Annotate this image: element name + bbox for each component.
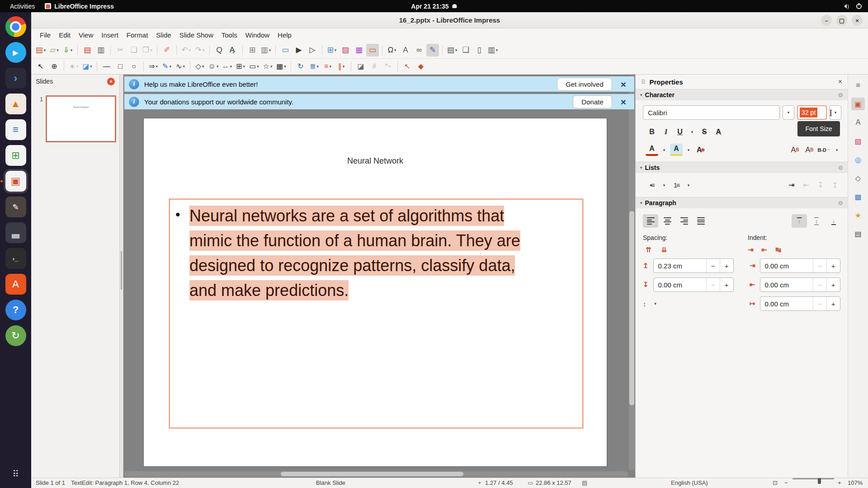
- insert-media-button[interactable]: ▦: [353, 44, 365, 56]
- valign-center-button[interactable]: ↕: [809, 214, 824, 228]
- underline-dropdown[interactable]: ▾: [688, 126, 697, 138]
- document-modified-icon[interactable]: ▤: [582, 478, 587, 488]
- collapse-icon[interactable]: ▾: [640, 93, 642, 97]
- shadow-tool[interactable]: ◪: [354, 60, 367, 73]
- align-center-button[interactable]: [660, 214, 675, 228]
- glue-points-tool[interactable]: ∗: [67, 60, 80, 73]
- increase-paragraph-spacing-button[interactable]: ⇈: [646, 246, 651, 254]
- vertical-scrollbar-thumb[interactable]: [629, 211, 634, 405]
- slide-title-text[interactable]: Neural Network: [144, 156, 607, 166]
- insert-special-character-button[interactable]: Ω: [386, 44, 398, 56]
- new-slide-button[interactable]: ▤: [446, 44, 458, 56]
- indent-after-plus-button[interactable]: +: [826, 278, 840, 291]
- dock-telegram[interactable]: ▶: [5, 42, 26, 63]
- export-pdf-button[interactable]: ▤: [81, 44, 94, 56]
- find-replace-button[interactable]: Q: [213, 44, 226, 56]
- tab-gallery[interactable]: ▨: [851, 135, 865, 147]
- italic-button[interactable]: I: [660, 126, 672, 138]
- indent-before-plus-button[interactable]: +: [826, 259, 840, 272]
- character-spacing-dropdown[interactable]: ▾: [832, 144, 841, 156]
- tab-slide-transition[interactable]: ▩: [851, 190, 865, 203]
- after-text-indent-input[interactable]: 0.00 cm − +: [760, 277, 840, 292]
- undo-button[interactable]: ↶: [180, 44, 193, 56]
- rectangle-tool[interactable]: □: [114, 60, 127, 73]
- clock[interactable]: Apr 21 21:35: [411, 3, 457, 10]
- lists-settings-gear-icon[interactable]: ⚙: [838, 164, 843, 171]
- dock-gimp[interactable]: ✎: [5, 197, 26, 217]
- display-grid-button[interactable]: ⊞: [246, 44, 259, 56]
- new-presentation-button[interactable]: ▤: [34, 44, 47, 56]
- slide-layout-button[interactable]: ▥: [486, 44, 499, 56]
- connector-tool[interactable]: ∿: [174, 60, 187, 73]
- print-button[interactable]: ▥: [94, 44, 107, 56]
- horizontal-scrollbar-thumb[interactable]: [281, 472, 463, 476]
- highlight-color-dropdown[interactable]: ▾: [684, 144, 693, 156]
- spacing-above-plus-button[interactable]: +: [720, 259, 733, 272]
- banner-close-icon[interactable]: ×: [617, 97, 630, 107]
- dock-impress[interactable]: ▣: [5, 171, 26, 192]
- activities-button[interactable]: Activities: [0, 3, 45, 10]
- zoom-pan-tool[interactable]: ⊕: [48, 60, 61, 73]
- power-icon[interactable]: [856, 4, 862, 9]
- fit-slide-icon[interactable]: ⊡: [773, 478, 778, 488]
- subscript-button[interactable]: AB: [803, 144, 816, 156]
- basic-shapes-tool[interactable]: ◇: [193, 60, 206, 73]
- distribution-tool[interactable]: ∥: [335, 60, 348, 73]
- redo-button[interactable]: ↷: [193, 44, 206, 56]
- unordered-list-dropdown[interactable]: ▾: [660, 179, 669, 191]
- tab-properties[interactable]: ▣: [851, 98, 865, 110]
- dock-software[interactable]: A: [5, 274, 26, 295]
- edit-points-tool[interactable]: ↖: [401, 60, 414, 73]
- save-button[interactable]: ⇓: [61, 44, 74, 56]
- menu-insert[interactable]: Insert: [97, 30, 123, 40]
- donate-button[interactable]: Donate: [573, 95, 612, 108]
- callout-shapes-tool[interactable]: ▭: [248, 60, 260, 73]
- ordered-list-dropdown[interactable]: ▾: [684, 179, 693, 191]
- superscript-button[interactable]: AB: [788, 144, 801, 156]
- indent-before-minus-button[interactable]: −: [813, 259, 826, 272]
- dock-show-apps[interactable]: ⠿: [5, 464, 26, 484]
- font-color-dropdown[interactable]: ▾: [660, 144, 669, 156]
- zoom-out-button[interactable]: −: [784, 478, 788, 488]
- valign-top-button[interactable]: ↑: [792, 214, 807, 228]
- align-objects-tool[interactable]: ≣: [308, 60, 321, 73]
- tab-styles[interactable]: A: [851, 116, 865, 129]
- banner-close-icon[interactable]: ×: [617, 80, 630, 89]
- master-slide-button[interactable]: ▭: [279, 44, 292, 56]
- strikethrough-button[interactable]: S: [698, 126, 711, 138]
- star-shapes-tool[interactable]: ☆: [261, 60, 274, 73]
- font-name-input[interactable]: Calibri: [643, 105, 780, 120]
- horizontal-scrollbar[interactable]: [124, 471, 628, 477]
- clone-formatting-button[interactable]: ✐: [160, 44, 173, 56]
- dock-help[interactable]: ?: [5, 300, 26, 320]
- symbol-shapes-tool[interactable]: ☺: [207, 60, 220, 73]
- decrease-indent-button[interactable]: ⇤: [762, 246, 768, 254]
- dock-calc[interactable]: ⊞: [5, 145, 26, 166]
- menu-edit[interactable]: Edit: [55, 30, 75, 40]
- increase-indent-button[interactable]: ⇥: [748, 246, 754, 254]
- curve-tool[interactable]: ✎: [160, 60, 173, 73]
- ellipse-tool[interactable]: ○: [127, 60, 140, 73]
- menu-format[interactable]: Format: [123, 30, 152, 40]
- dock-writer[interactable]: ≡: [5, 119, 26, 140]
- tab-master-slides[interactable]: ▤: [851, 227, 865, 240]
- dock-terminal[interactable]: ›_: [5, 248, 26, 269]
- vertical-scrollbar[interactable]: [629, 75, 635, 470]
- lines-arrows-tool[interactable]: ⇒: [147, 60, 160, 73]
- slide-page[interactable]: Neural Network • Neural networks are a s…: [143, 118, 607, 467]
- zoom-slider[interactable]: [793, 478, 834, 479]
- paste-button[interactable]: ❒: [141, 44, 154, 56]
- collapse-icon[interactable]: ▾: [640, 201, 642, 205]
- close-button[interactable]: ×: [852, 15, 863, 26]
- block-arrows-tool[interactable]: ⇔: [221, 60, 233, 73]
- character-spacing-button[interactable]: B-D: [817, 144, 830, 156]
- demote-button[interactable]: ⇥: [785, 179, 798, 191]
- align-justify-button[interactable]: [693, 214, 708, 228]
- valign-bottom-button[interactable]: ↓: [826, 214, 841, 228]
- insert-image-button[interactable]: ▨: [339, 44, 352, 56]
- spacing-below-minus-button[interactable]: −: [706, 278, 720, 291]
- volume-icon[interactable]: [842, 4, 849, 9]
- insert-line-tool[interactable]: —: [100, 60, 113, 73]
- image-filter-tool[interactable]: *: [382, 60, 394, 73]
- menu-file[interactable]: File: [36, 30, 55, 40]
